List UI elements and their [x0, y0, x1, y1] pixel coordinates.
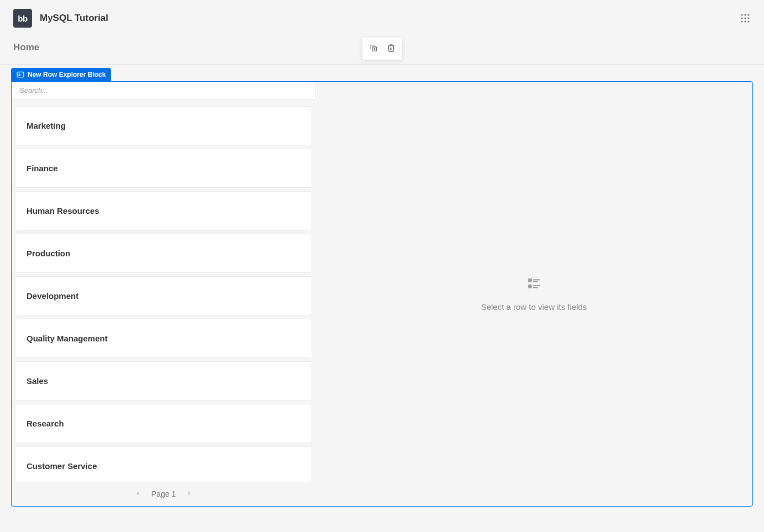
- chevron-right-icon: [186, 489, 192, 498]
- fields-icon: [527, 276, 541, 292]
- row-item[interactable]: Research: [15, 404, 312, 443]
- duplicate-icon: [369, 44, 378, 54]
- row-label: Production: [27, 249, 70, 258]
- block-tab-label: New Row Explorer Block: [28, 71, 106, 78]
- row-item[interactable]: Production: [15, 234, 312, 273]
- pager-label: Page 1: [151, 489, 176, 498]
- rows-panel: Marketing Finance Human Resources Produc…: [12, 82, 315, 506]
- delete-button[interactable]: [383, 41, 399, 56]
- row-item[interactable]: Marketing: [15, 106, 312, 145]
- svg-rect-15: [533, 279, 540, 280]
- block-body: Marketing Finance Human Resources Produc…: [11, 81, 753, 507]
- row-item[interactable]: Quality Management: [15, 319, 312, 358]
- duplicate-button[interactable]: [366, 41, 381, 56]
- svg-point-6: [741, 20, 742, 22]
- svg-point-0: [741, 14, 742, 15]
- row-label: Customer Service: [27, 461, 97, 471]
- trash-icon: [387, 44, 396, 54]
- empty-state-text: Select a row to view its fields: [481, 302, 587, 312]
- chevron-left-icon: [135, 489, 141, 498]
- row-label: Marketing: [27, 121, 66, 130]
- svg-point-8: [747, 20, 749, 22]
- search-input[interactable]: [12, 82, 315, 99]
- svg-rect-14: [528, 278, 532, 282]
- svg-rect-19: [533, 287, 538, 288]
- svg-rect-17: [528, 285, 532, 288]
- row-label: Quality Management: [27, 334, 108, 343]
- svg-rect-18: [533, 285, 540, 286]
- contact-card-icon: [17, 71, 24, 78]
- fields-panel: Select a row to view its fields: [315, 82, 752, 506]
- rows-list[interactable]: Marketing Finance Human Resources Produc…: [12, 99, 315, 482]
- svg-point-4: [744, 17, 746, 19]
- svg-point-13: [19, 73, 20, 75]
- block-toolbar: [362, 38, 402, 60]
- app-title: MySQL Tutorial: [40, 13, 108, 24]
- logo-text: bb: [18, 14, 27, 23]
- next-page-button[interactable]: [186, 489, 192, 498]
- svg-point-3: [741, 17, 742, 19]
- row-label: Human Resources: [27, 206, 99, 215]
- row-item[interactable]: Development: [15, 276, 312, 315]
- row-label: Research: [27, 419, 64, 428]
- row-item[interactable]: Sales: [15, 361, 312, 401]
- svg-point-7: [744, 20, 746, 22]
- svg-rect-16: [533, 281, 538, 282]
- svg-point-2: [747, 14, 749, 15]
- svg-point-5: [747, 17, 749, 19]
- pager: Page 1: [12, 482, 315, 506]
- row-item[interactable]: Human Resources: [15, 191, 312, 230]
- app-logo[interactable]: bb: [13, 9, 32, 28]
- svg-point-1: [744, 14, 746, 15]
- row-label: Development: [27, 291, 78, 301]
- app-header: bb MySQL Tutorial: [0, 0, 764, 34]
- row-label: Finance: [27, 164, 58, 173]
- header-left: bb MySQL Tutorial: [13, 9, 108, 28]
- row-item[interactable]: Customer Service: [15, 446, 312, 482]
- content-area: New Row Explorer Block Marketing Finance…: [0, 65, 764, 518]
- row-item[interactable]: Finance: [15, 149, 312, 188]
- block-tab[interactable]: New Row Explorer Block: [11, 68, 111, 81]
- apps-grid-icon[interactable]: [740, 13, 751, 24]
- svg-rect-12: [17, 72, 24, 77]
- prev-page-button[interactable]: [135, 489, 141, 498]
- subheader: Home: [0, 34, 764, 65]
- row-label: Sales: [27, 376, 48, 386]
